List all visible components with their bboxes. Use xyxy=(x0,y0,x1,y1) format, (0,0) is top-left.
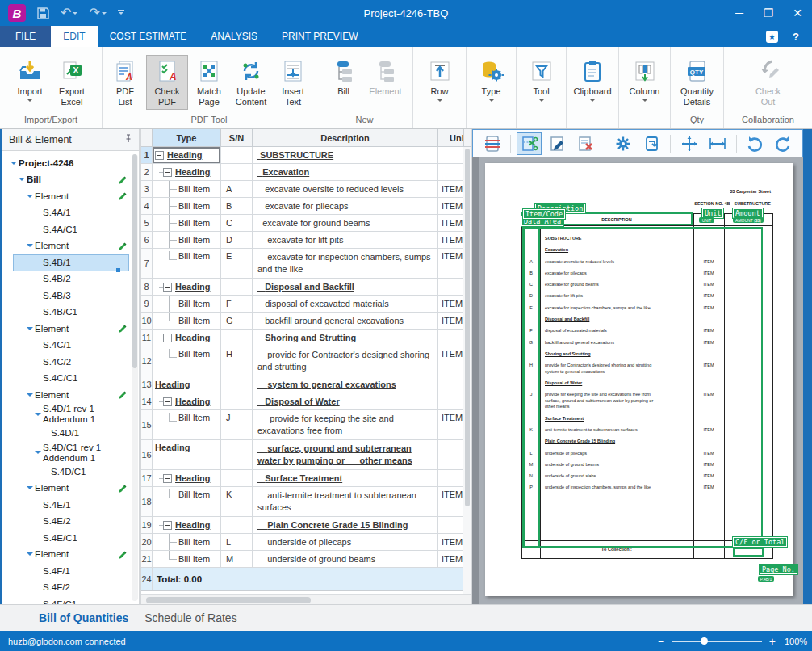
tree-item-s-4e-1[interactable]: S.4E/1 xyxy=(2,497,139,514)
sn-cell[interactable] xyxy=(221,164,253,180)
description-cell[interactable]: Disposal of Water xyxy=(253,393,438,410)
cut-page-icon[interactable] xyxy=(517,132,542,155)
tab-bill-of-quantities[interactable]: Bill of Quantities xyxy=(0,611,128,624)
amount-header-box[interactable]: AMOUNT ($$) xyxy=(733,217,764,223)
unit-cell[interactable]: ITEM xyxy=(438,198,464,214)
unit-cell[interactable] xyxy=(438,470,464,486)
row-number[interactable]: 14 xyxy=(141,393,153,410)
description-cell[interactable]: underside of ground beams xyxy=(253,551,438,567)
type-cell[interactable]: Heading xyxy=(153,470,221,486)
unit-cell[interactable] xyxy=(438,164,464,180)
row-number[interactable]: 16 xyxy=(141,440,153,469)
column-header-s-n[interactable]: S/N xyxy=(221,129,253,146)
sn-cell[interactable]: L xyxy=(221,534,253,550)
tree-item-s-4d-1[interactable]: S.4D/1 xyxy=(2,426,139,443)
type-cell[interactable]: Heading xyxy=(153,279,221,295)
rotate-ccw-icon[interactable] xyxy=(743,132,768,155)
tree-item-s-4a-1[interactable]: S.4A/1 xyxy=(2,205,139,222)
page-no-box[interactable]: P.4B/1 xyxy=(758,576,774,582)
type-cell[interactable]: Heading xyxy=(153,330,221,346)
description-cell[interactable]: excavate oversite to reduced levels xyxy=(253,181,438,197)
column-header-unit[interactable]: Unit xyxy=(438,129,464,146)
unit-cell[interactable]: ITEM xyxy=(438,232,464,248)
row-number[interactable]: 8 xyxy=(141,279,153,295)
unit-cell[interactable]: ITEM xyxy=(438,181,464,197)
menu-tab-cost-estimate[interactable]: COST ESTIMATE xyxy=(98,26,199,47)
table-row-4[interactable]: 4Bill ItemB excavate for pilecapsITEM xyxy=(141,198,471,215)
ribbon-button-import[interactable]: Import xyxy=(9,55,51,107)
tree-item-s-4d-1-rev-1[interactable]: S.4D/1 rev 1 Addendum 1 xyxy=(2,404,139,426)
type-cell[interactable]: Bill Item xyxy=(153,215,221,231)
edit-pencil-icon[interactable] xyxy=(117,242,128,254)
maximize-button[interactable]: ❐ xyxy=(754,1,783,25)
column-header-description[interactable]: Description xyxy=(253,129,438,146)
row-number[interactable]: 12 xyxy=(141,346,153,376)
type-cell[interactable]: Bill Item xyxy=(153,534,221,550)
menu-tab-file[interactable]: FILE xyxy=(0,26,51,47)
sn-cell[interactable]: B xyxy=(221,198,253,214)
tree-item-element[interactable]: Element xyxy=(2,188,139,205)
type-cell[interactable]: Heading xyxy=(153,440,221,469)
delete-page-icon[interactable] xyxy=(574,132,599,155)
tree-item-s-4b-c1[interactable]: S.4B/C1 xyxy=(2,304,139,321)
tree-item-s-4b-1[interactable]: S.4B/1 xyxy=(2,254,139,271)
unit-cell[interactable] xyxy=(438,330,464,346)
type-cell[interactable]: Bill Item xyxy=(153,346,221,376)
tab-schedule-of-rates[interactable]: Schedule of Rates xyxy=(128,611,236,624)
unit-cell[interactable]: ITEM xyxy=(438,215,464,231)
type-cell[interactable]: Bill Item xyxy=(153,296,221,312)
cf-total-label[interactable]: C/F or Total xyxy=(733,537,787,547)
tree-expand-icon[interactable] xyxy=(9,159,19,168)
ribbon-button-check-out[interactable]: Check Out xyxy=(747,55,789,110)
tree-expand-icon[interactable] xyxy=(25,391,35,400)
ribbon-button-check-pdf[interactable]: ACheck PDF xyxy=(146,55,188,110)
table-row-14[interactable]: 14Heading Disposal of Water xyxy=(141,393,471,410)
table-row-7[interactable]: 7Bill ItemE excavate for inspection cham… xyxy=(141,249,471,279)
description-cell[interactable]: Plain Concrete Grade 15 Blinding xyxy=(253,517,438,533)
unit-cell[interactable]: ITEM xyxy=(438,249,464,278)
tree-item-element[interactable]: Element xyxy=(2,321,139,338)
sn-cell[interactable] xyxy=(221,393,253,410)
row-number[interactable]: 6 xyxy=(141,232,153,248)
table-row-15[interactable]: 15Bill ItemJ provide for keeping the sit… xyxy=(141,410,471,440)
edit-pencil-icon[interactable] xyxy=(117,175,128,187)
tree-item-s-4e-c1[interactable]: S.4E/C1 xyxy=(2,530,139,547)
tree-item-element[interactable]: Element xyxy=(2,547,139,564)
edit-pencil-icon[interactable] xyxy=(117,390,128,402)
description-cell[interactable]: excavate for inspection chambers, sumps … xyxy=(253,249,438,278)
edit-pencil-icon[interactable] xyxy=(117,550,128,562)
tree-item-s-4d-c1[interactable]: S.4D/C1 xyxy=(2,464,139,481)
table-row-16[interactable]: 16Heading surface, ground and subterrane… xyxy=(141,440,471,470)
description-cell[interactable]: underside of pilecaps xyxy=(253,534,438,550)
tree-expand-icon[interactable] xyxy=(25,484,35,493)
row-number[interactable]: 18 xyxy=(141,487,153,516)
description-cell[interactable]: surface, ground and subterranean water b… xyxy=(253,440,438,469)
sn-cell[interactable]: D xyxy=(221,232,253,248)
type-cell[interactable]: Heading xyxy=(153,393,221,410)
row-number[interactable]: 2 xyxy=(141,164,153,180)
description-cell[interactable]: Disposal and Backfill xyxy=(253,279,438,295)
tree-expand-icon[interactable] xyxy=(25,242,35,250)
customize-quick-access-icon[interactable] xyxy=(118,10,124,17)
row-number[interactable]: 20 xyxy=(141,534,153,550)
unit-header-box[interactable]: UNIT xyxy=(699,217,714,223)
close-button[interactable]: ✕ xyxy=(783,1,812,25)
collapse-icon[interactable] xyxy=(163,283,172,292)
description-cell[interactable]: Excavation xyxy=(253,164,438,180)
table-row-17[interactable]: 17Heading Surface Treatment xyxy=(141,470,471,487)
undo-icon[interactable]: ↶ xyxy=(61,6,77,19)
move-icon[interactable] xyxy=(676,132,701,155)
row-number[interactable]: 15 xyxy=(141,410,153,439)
edit-pencil-icon[interactable] xyxy=(117,191,128,204)
table-row-11[interactable]: 11Heading Shoring and Strutting xyxy=(141,330,471,346)
sn-cell[interactable]: C xyxy=(221,215,253,231)
type-cell[interactable]: Heading xyxy=(153,376,221,393)
sn-cell[interactable] xyxy=(221,147,253,163)
page-no-label[interactable]: Page No. xyxy=(760,565,797,574)
unit-cell[interactable]: ITEM xyxy=(438,551,464,567)
unit-cell[interactable]: ITEM xyxy=(438,487,464,516)
unit-cell[interactable] xyxy=(438,393,464,410)
tree-expand-icon[interactable] xyxy=(33,448,43,457)
type-cell[interactable]: Bill Item xyxy=(153,198,221,214)
table-row-8[interactable]: 8Heading Disposal and Backfill xyxy=(141,279,471,296)
